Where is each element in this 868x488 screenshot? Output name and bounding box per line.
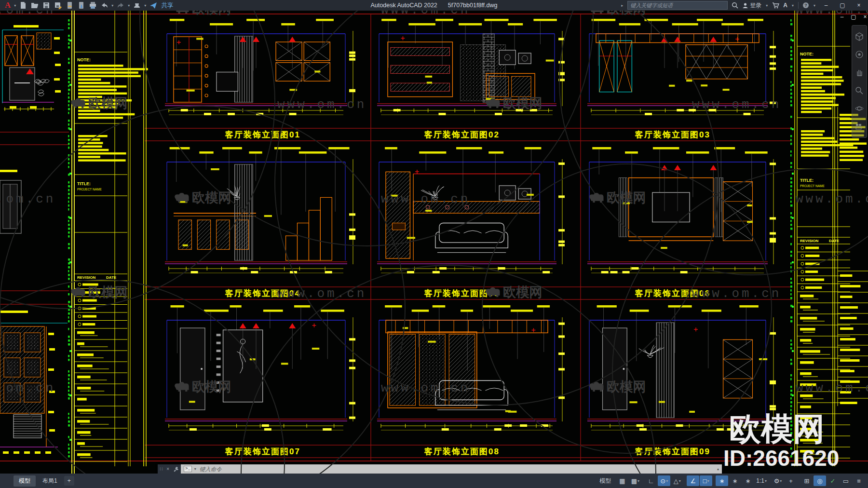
autocad-app-logo-icon[interactable]: A: [2, 0, 12, 10]
elevation-panel-01: [165, 19, 355, 115]
sign-in-button[interactable]: 登录: [742, 1, 761, 10]
panel-title-05: 客厅装饰立面图05: [424, 288, 500, 299]
isolate-objects-icon[interactable]: ◎: [814, 475, 826, 486]
help-caret-icon[interactable]: ▾: [813, 3, 816, 8]
autodesk-account-icon[interactable]: A: [783, 2, 787, 9]
tab-model[interactable]: 模型: [14, 475, 36, 487]
command-line-grip[interactable]: ∷ ×: [158, 464, 181, 474]
annotation-visibility-icon[interactable]: ∗: [716, 475, 728, 486]
annotation-scale-icon[interactable]: ∗: [742, 475, 754, 486]
undo-icon[interactable]: [99, 1, 109, 10]
annotation-scale-value[interactable]: 1:1▾: [755, 475, 768, 486]
svg-text:DATE: DATE: [829, 239, 840, 243]
object-snap-tracking-icon[interactable]: ∠: [687, 475, 699, 486]
left-partial-drawing-bottom: [0, 311, 68, 454]
new-file-icon[interactable]: [18, 1, 28, 10]
workspace-settings-icon[interactable]: ⚙▾: [772, 475, 784, 486]
account-caret-icon[interactable]: ▾: [791, 3, 794, 8]
graphics-performance-icon[interactable]: ✓: [827, 475, 839, 486]
elevation-panel-07: [165, 305, 355, 431]
doc-minimize-button[interactable]: –: [838, 14, 846, 20]
command-expand-caret-icon[interactable]: ▴: [717, 467, 719, 471]
zoom-icon[interactable]: [854, 86, 864, 95]
doc-restore-button[interactable]: ▢: [850, 14, 857, 20]
elevation-panel-05: [377, 147, 565, 273]
open-folder-icon[interactable]: [30, 1, 40, 10]
redo-caret-icon[interactable]: ▾: [127, 3, 130, 8]
undo-caret-icon[interactable]: ▾: [111, 3, 114, 8]
open-from-web-icon[interactable]: [65, 1, 74, 10]
search-history-caret-icon[interactable]: ▸: [621, 3, 624, 8]
drawing-viewport[interactable]: NOTE:TITLE:PROJECT NAMEREVISION DATENOTE…: [0, 11, 868, 474]
help-search-input[interactable]: [627, 1, 728, 10]
annotation-autoscale-icon[interactable]: ∗: [729, 475, 741, 486]
elevation-panel-08: [377, 305, 565, 431]
autocad-window: { "title_bar": { "product_title": "Autod…: [0, 0, 868, 488]
help-icon[interactable]: ?: [802, 2, 809, 9]
layout-tabs: 模型 布局1 +: [14, 475, 74, 487]
sign-in-label: 登录: [750, 1, 761, 10]
panel-title-03: 客厅装饰立面图03: [635, 129, 710, 140]
command-close-icon[interactable]: ×: [166, 466, 169, 472]
command-prompt-icon[interactable]: >_: [184, 466, 192, 472]
pan-hand-icon[interactable]: [854, 68, 864, 77]
app-store-cart-icon[interactable]: [772, 2, 779, 9]
show-motion-icon[interactable]: [854, 122, 864, 131]
save-icon[interactable]: [41, 1, 51, 10]
window-minimize-button[interactable]: –: [820, 0, 832, 10]
snap-mode-icon[interactable]: ▩▾: [629, 475, 641, 486]
doc-close-button[interactable]: ×: [861, 14, 868, 20]
window-close-button[interactable]: ×: [853, 0, 865, 10]
command-line-bar: ∷ × >_ ▾ ▴: [158, 464, 722, 474]
workspace-icon[interactable]: [132, 1, 142, 10]
object-snap-icon[interactable]: □▾: [700, 475, 712, 486]
product-title: Autodesk AutoCAD 2022: [371, 2, 437, 9]
svg-text:NOTE:: NOTE:: [77, 57, 91, 62]
cad-canvas[interactable]: NOTE:TITLE:PROJECT NAMEREVISION DATENOTE…: [0, 11, 868, 474]
workspace-caret-icon[interactable]: ▾: [144, 3, 147, 8]
panel-title-04: 客厅装饰立面图04: [225, 288, 300, 299]
ortho-mode-icon[interactable]: ∟: [645, 475, 657, 486]
svg-text:PROJECT NAME: PROJECT NAME: [77, 188, 102, 191]
polar-tracking-icon[interactable]: ⊙▾: [658, 475, 670, 486]
command-input[interactable]: [199, 466, 715, 473]
grip-dots-icon[interactable]: ∷: [160, 466, 163, 472]
elevation-panel-06: [587, 147, 776, 273]
recent-commands-caret-icon[interactable]: ▾: [194, 467, 197, 471]
svg-text:TITLE:: TITLE:: [800, 178, 814, 183]
app-menu-caret-icon[interactable]: ▾: [14, 3, 16, 8]
title-bar: A ▾ ▾ ▾ ▾ 共享 Autodesk AutoCAD 2022 5f707…: [0, 0, 868, 11]
right-title-block: NOTE:TITLE:PROJECT NAMEREVISION DATE: [797, 46, 853, 458]
grid-display-icon[interactable]: ▦: [616, 475, 628, 486]
elevation-panel-04: [165, 147, 355, 273]
window-maximize-button[interactable]: ▢: [836, 0, 849, 10]
share-label[interactable]: 共享: [161, 1, 173, 10]
steering-wheel-icon[interactable]: [854, 50, 864, 59]
customization-menu-icon[interactable]: ≡: [853, 475, 865, 486]
save-as-icon[interactable]: [53, 1, 63, 10]
panel-title-06: 客厅装饰立面图06: [635, 288, 710, 299]
redo-icon[interactable]: [116, 1, 125, 10]
isometric-drafting-icon[interactable]: △▾: [671, 475, 683, 486]
sign-in-caret-icon[interactable]: ▾: [765, 3, 768, 8]
right-edge-partial-block: [838, 114, 868, 404]
tray-settings-icon[interactable]: ⊞: [800, 475, 813, 486]
status-model-label[interactable]: 模型: [598, 475, 612, 486]
clean-screen-icon[interactable]: ▭: [840, 475, 852, 486]
plot-icon[interactable]: [88, 1, 97, 10]
crosshair-units-icon[interactable]: +: [785, 475, 797, 486]
command-input-area[interactable]: >_ ▾ ▴: [181, 464, 722, 474]
customize-wrench-icon[interactable]: [173, 466, 179, 472]
save-to-web-icon[interactable]: [76, 1, 86, 10]
orbit-icon[interactable]: [854, 104, 864, 113]
svg-text:?: ?: [804, 3, 807, 8]
title-bar-right: ▸ 登录 ▾ A ▾ ? ▾ – ▢ ×: [621, 0, 868, 10]
search-icon[interactable]: [732, 2, 738, 9]
panel-title-07: 客厅装饰立面图07: [225, 446, 300, 457]
share-icon[interactable]: [149, 1, 158, 10]
add-layout-button[interactable]: +: [64, 476, 74, 486]
svg-text:TITLE:: TITLE:: [77, 181, 91, 186]
viewcube-icon[interactable]: [854, 32, 864, 41]
tab-layout1[interactable]: 布局1: [37, 475, 63, 487]
quick-access-toolbar: A ▾ ▾ ▾ ▾ 共享: [0, 0, 173, 10]
